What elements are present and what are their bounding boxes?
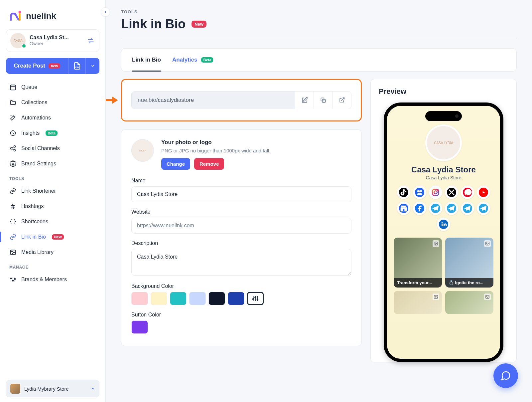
bg-swatches: [131, 292, 351, 305]
bio-url-input[interactable]: nue.bio/casalydiastore: [132, 92, 295, 109]
tabs: Link in BioAnalyticsBeta: [121, 48, 517, 72]
gear-icon: [9, 160, 17, 167]
social-facebook[interactable]: [413, 202, 426, 215]
brand-switcher[interactable]: CASA Casa Lydia St... Owner: [6, 29, 99, 52]
image-icon: [9, 249, 17, 256]
nav-item-shortener[interactable]: Link Shortener: [6, 184, 99, 198]
bg-swatch-0[interactable]: [131, 292, 148, 305]
phone-mock: CASA LYDIA Casa Lydia Store Casa Lydia S…: [384, 102, 503, 362]
nav-item-brands[interactable]: Brands & Members: [6, 272, 99, 287]
sidebar: nuelink CASA Casa Lydia St... Owner Crea…: [0, 0, 106, 402]
new-badge: New: [52, 234, 64, 240]
bg-swatch-1[interactable]: [151, 292, 167, 305]
social-tiktok[interactable]: [397, 186, 410, 199]
tab-link[interactable]: Link in Bio: [132, 49, 161, 71]
main: TOOLS Link in Bio New Link in BioAnalyti…: [106, 0, 532, 402]
nav-item-collections[interactable]: Collections: [6, 95, 99, 110]
preview-card-0[interactable]: Transform your...: [394, 238, 442, 288]
callout-arrow: [106, 95, 118, 105]
clock-icon: [9, 129, 17, 137]
bg-swatch-2[interactable]: [170, 292, 187, 305]
nav-group-label: TOOLS: [6, 172, 99, 183]
nav-item-linkinbio[interactable]: Link in BioNew: [6, 230, 99, 244]
svg-point-26: [14, 279, 15, 280]
social-pinterest[interactable]: [461, 186, 474, 199]
svg-point-9: [14, 146, 16, 147]
bg-swatch-4[interactable]: [208, 292, 225, 305]
nav-item-hashtags[interactable]: Hashtags: [6, 199, 99, 214]
csv-import-button[interactable]: CSV: [68, 58, 85, 74]
bg-swatch-3[interactable]: [189, 292, 206, 305]
social-youtube[interactable]: [477, 186, 490, 199]
name-input[interactable]: [131, 186, 351, 202]
nav-item-insights[interactable]: InsightsBeta: [6, 126, 99, 140]
collapse-sidebar-button[interactable]: [101, 7, 110, 17]
nav-item-media[interactable]: Media Library: [6, 245, 99, 260]
photo-title: Your photo or logo: [161, 139, 271, 146]
preview-card-1[interactable]: 💍 Ignite the ro...: [445, 238, 493, 288]
photo-subtitle: PNG or JPG no bigger than 1000px wide an…: [161, 147, 271, 154]
social-group[interactable]: [413, 186, 426, 199]
user-name: Lydia Mybrary Store: [24, 386, 69, 392]
nav-item-brand[interactable]: Brand Settings: [6, 156, 99, 171]
svg-line-12: [12, 147, 14, 148]
create-post-dropdown[interactable]: [85, 58, 99, 74]
nav-item-shortcodes[interactable]: Shortcodes: [6, 214, 99, 229]
app-name: nuelink: [26, 11, 56, 21]
wand-icon: [9, 114, 17, 121]
edit-url-button[interactable]: [295, 92, 314, 109]
preview-card-3[interactable]: [445, 291, 493, 314]
nuelink-logo-icon: [8, 9, 23, 23]
remove-photo-button[interactable]: Remove: [194, 158, 224, 170]
social-telegram[interactable]: [477, 202, 490, 215]
bg-swatch-5[interactable]: [228, 292, 244, 305]
chevron-up-icon: [90, 386, 95, 391]
open-url-button[interactable]: [332, 92, 351, 109]
image-icon: [484, 240, 491, 247]
social-telegram[interactable]: [429, 202, 442, 215]
new-badge: New: [192, 21, 206, 28]
change-photo-button[interactable]: Change: [161, 158, 190, 170]
chevron-down-icon: [90, 64, 95, 68]
svg-text:CSV: CSV: [75, 66, 79, 68]
logo-preview: CASA: [131, 139, 154, 162]
svg-point-25: [12, 280, 13, 281]
name-label: Name: [131, 178, 351, 184]
description-label: Description: [131, 240, 351, 246]
description-input[interactable]: Casa Lydia Store: [131, 249, 351, 276]
copy-icon: [320, 97, 327, 103]
brand-name: Casa Lydia St...: [30, 34, 69, 41]
user-switcher[interactable]: Lydia Mybrary Store: [6, 380, 99, 397]
nav-item-automations[interactable]: Automations: [6, 110, 99, 125]
button-color-swatch[interactable]: [131, 320, 148, 334]
tab-analytics[interactable]: AnalyticsBeta: [172, 49, 213, 71]
nav-item-queue[interactable]: Queue: [6, 80, 99, 95]
social-telegram[interactable]: [445, 202, 458, 215]
social-x[interactable]: [445, 186, 458, 199]
csv-icon: CSV: [73, 62, 81, 70]
bio-slug: casalydiastore: [158, 97, 194, 103]
svg-rect-2: [11, 85, 16, 90]
social-linkedin[interactable]: [437, 218, 450, 231]
preview-brand-name: Casa Lydia Store: [411, 165, 476, 174]
braces-icon: [9, 218, 17, 225]
social-instagram[interactable]: [429, 186, 442, 199]
copy-url-button[interactable]: [314, 92, 332, 109]
svg-rect-60: [442, 224, 443, 226]
social-gmb[interactable]: [397, 202, 410, 215]
svg-point-61: [442, 222, 443, 223]
create-post-button[interactable]: Create Post new: [6, 58, 68, 74]
app-logo[interactable]: nuelink: [8, 9, 97, 23]
card-caption: Transform your...: [394, 278, 442, 288]
create-post-row: Create Post new CSV: [6, 58, 99, 74]
website-input[interactable]: [131, 218, 351, 234]
preview-avatar: CASA LYDIA: [425, 124, 462, 161]
chat-fab[interactable]: [493, 363, 518, 388]
social-telegram[interactable]: [461, 202, 474, 215]
beta-badge: Beta: [46, 130, 58, 136]
nav-item-social[interactable]: Social Channels: [6, 141, 99, 156]
custom-color-button[interactable]: [247, 292, 264, 305]
hash-icon: [9, 203, 17, 210]
image-icon: [433, 240, 439, 247]
preview-card-2[interactable]: [394, 291, 442, 314]
